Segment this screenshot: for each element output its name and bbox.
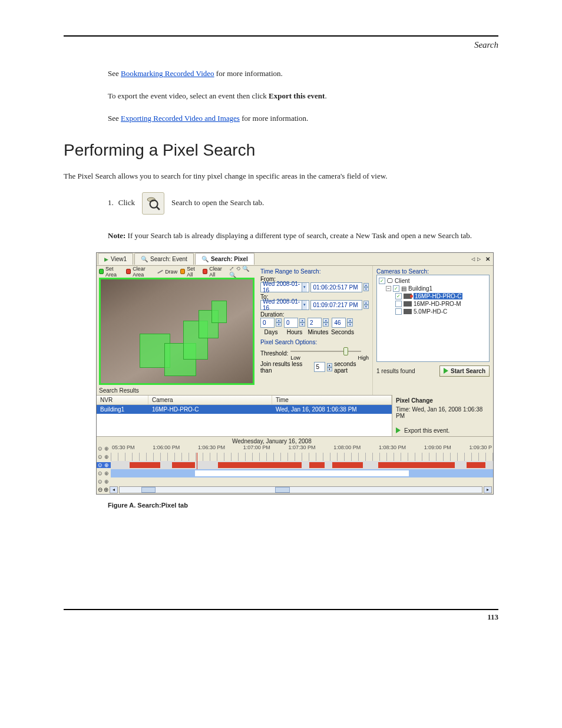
tab-search-event[interactable]: 🔍Search: Event: [134, 253, 194, 265]
to-time-input[interactable]: 01:09:07:217 PM: [310, 300, 362, 310]
clear-all-button[interactable]: Clear All: [203, 266, 226, 278]
page-title: Performing a Pixel Search: [64, 141, 498, 160]
seconds-input[interactable]: 46: [332, 318, 346, 328]
note-text: If your Search tab is already displaying…: [125, 231, 472, 240]
tick: 1:09:30 P: [469, 444, 492, 450]
lbl: Set Area: [105, 266, 123, 278]
tick: 1:07:30 PM: [288, 444, 315, 450]
set-area-button[interactable]: Set Area: [99, 266, 123, 278]
timeline-date: Wednesday, January 16, 2008: [97, 437, 493, 444]
tab-search-pixel[interactable]: 🔍Search: Pixel: [195, 253, 254, 265]
spinner[interactable]: ▴▾: [276, 318, 282, 327]
close-icon[interactable]: ✕: [484, 256, 492, 262]
lbl: Set All: [187, 266, 200, 278]
timeline[interactable]: Wednesday, January 16, 2008 ⊙ ⊕ 05:30 PM…: [97, 436, 493, 494]
days-input[interactable]: 0: [260, 318, 275, 328]
collapse-icon[interactable]: −: [386, 286, 391, 291]
zoom-out-icon[interactable]: ⊖: [98, 486, 103, 493]
spinner[interactable]: ▴▾: [323, 318, 329, 327]
tl-ctrl[interactable]: ⊙ ⊕: [97, 446, 111, 452]
tl-ctrl[interactable]: ⊙ ⊕: [97, 470, 111, 476]
lbl: 16MP-HD-PRO-M: [414, 301, 461, 307]
scroll-left[interactable]: ◂: [110, 486, 118, 493]
results-header: NVR Camera Time: [97, 396, 392, 405]
spinner[interactable]: ▴▾: [299, 318, 305, 327]
export-event-link[interactable]: Export this event.: [404, 427, 449, 434]
val: 01:09:07:217 PM: [313, 302, 358, 308]
cell: Building1: [97, 405, 148, 414]
spinner[interactable]: ▴▾: [363, 301, 369, 309]
spinner[interactable]: ▴▾: [347, 318, 353, 327]
join-label-b: seconds apart: [334, 361, 369, 374]
scrollbar[interactable]: [119, 486, 482, 493]
clear-area-button[interactable]: Clear Area: [126, 266, 154, 278]
tl-ctrl[interactable]: ⊙ ⊕: [97, 454, 111, 460]
video-preview[interactable]: [99, 278, 254, 385]
tab-label: Search: Pixel: [211, 256, 248, 262]
spinner[interactable]: ▴▾: [363, 283, 369, 291]
tick: 05:30 PM: [112, 444, 135, 450]
to-date-input[interactable]: Wed 2008-01-16▾: [260, 300, 309, 310]
from-date-input[interactable]: Wed 2008-01-16▾: [260, 282, 309, 292]
camera-icon: [404, 309, 412, 314]
monitor-icon: 🖵: [387, 278, 393, 284]
scroll-right[interactable]: ▸: [484, 486, 492, 493]
pixel-change-time: Time: Wed, Jan 16, 2008 1:06:38 PM: [392, 406, 493, 421]
tab-label: Search: Event: [150, 256, 187, 262]
high-label: High: [358, 355, 369, 361]
col[interactable]: Camera: [148, 396, 272, 404]
col[interactable]: NVR: [97, 396, 148, 404]
tl-ctrl[interactable]: ⊙ ⊕: [97, 462, 111, 468]
search-results-label: Search Results: [97, 385, 257, 395]
results-row[interactable]: Building1 16MP-HD-PRO-C Wed, Jan 16, 200…: [97, 405, 392, 414]
set-all-button[interactable]: Set All: [180, 266, 200, 278]
txt: .: [325, 91, 326, 100]
zoom-in-icon[interactable]: ⊕: [104, 486, 108, 493]
hours-input[interactable]: 0: [284, 318, 298, 328]
lbl: Seconds: [331, 329, 354, 335]
server-icon: ▤: [401, 285, 406, 292]
lbl: Days: [265, 329, 278, 335]
search-icon: 🔍: [141, 256, 148, 262]
section-name: Search: [64, 40, 498, 50]
camera-icon: [404, 301, 412, 307]
tab-view1[interactable]: ▶View1: [98, 253, 133, 265]
lbl: Clear Area: [133, 266, 154, 278]
tick: 1:06:00 PM: [153, 444, 180, 450]
step-txt: Click: [118, 197, 135, 209]
checkbox[interactable]: ✓: [395, 293, 402, 299]
txt: for more information.: [214, 69, 283, 78]
results-found: 1 results found: [376, 368, 415, 374]
minutes-input[interactable]: 2: [308, 318, 322, 328]
spinner[interactable]: ▴▾: [327, 363, 332, 371]
checkbox[interactable]: [395, 308, 402, 315]
txt: To export the event video, select an eve…: [108, 91, 269, 100]
checkbox[interactable]: ✓: [393, 285, 399, 292]
tick: 1:08:00 PM: [333, 444, 361, 450]
threshold-slider[interactable]: [290, 347, 361, 355]
tab-nav-icons[interactable]: ◁ ▷: [471, 256, 484, 262]
link-exporting[interactable]: Exporting Recorded Video and Images: [121, 114, 240, 123]
lbl: 5.0MP-HD-C: [414, 308, 447, 315]
join-input[interactable]: 5: [314, 362, 325, 372]
cell: Wed, Jan 16, 2008 1:06:38 PM: [272, 405, 392, 414]
link-bookmarking[interactable]: Bookmarking Recorded Video: [121, 69, 214, 78]
txt: for more information.: [240, 114, 308, 123]
join-label-a: Join results less than: [260, 361, 312, 374]
tl-ctrl[interactable]: ⊙ ⊕: [97, 479, 111, 485]
lbl: 16MP-HD-PRO-C: [414, 293, 462, 299]
checkbox[interactable]: [395, 301, 402, 307]
zoom-tools[interactable]: ⤢ ⟲ 🔍 🔍: [229, 265, 254, 278]
lbl: Hours: [287, 329, 303, 335]
col[interactable]: Time: [272, 396, 392, 404]
start-search-button[interactable]: Start Search: [439, 365, 490, 377]
lbl: Client: [395, 278, 410, 284]
checkbox[interactable]: ✓: [379, 278, 385, 284]
camera-icon: [404, 294, 412, 299]
draw-button[interactable]: Draw: [157, 269, 177, 275]
page-number: 113: [64, 609, 498, 622]
camera-tree[interactable]: ✓🖵Client −✓▤Building1 ✓16MP-HD-PRO-C 16M…: [376, 275, 490, 362]
tick: 1:07:00 PM: [243, 444, 270, 450]
search-icon: 🔍: [201, 256, 209, 262]
from-time-input[interactable]: 01:06:20:517 PM: [310, 282, 362, 292]
